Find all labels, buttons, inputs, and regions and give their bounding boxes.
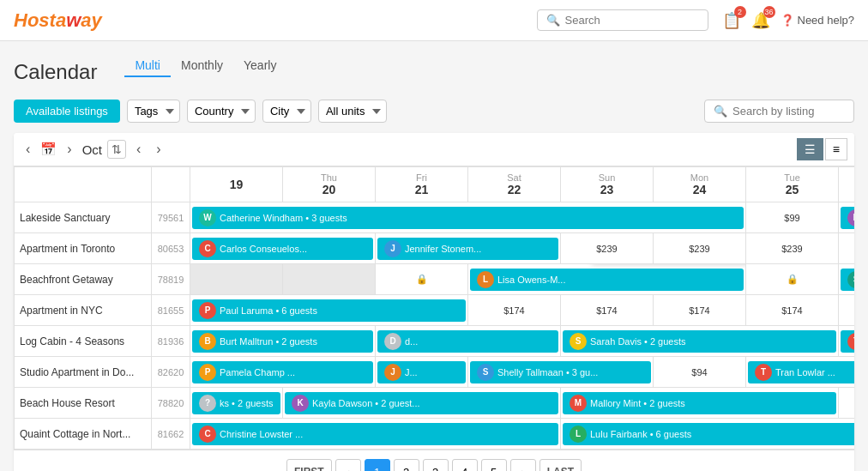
calendar-wrapper: ‹ 📅 › Oct ⇅ ‹ › ☰ ≡ <box>14 133 854 471</box>
list-view-button[interactable]: ≡ <box>825 138 847 160</box>
country-filter[interactable]: Country <box>187 100 256 123</box>
guest-name: d... <box>405 336 418 347</box>
help-button[interactable]: ❓ Need help? <box>781 14 855 27</box>
tab-yearly[interactable]: Yearly <box>233 55 286 77</box>
pagination: FIRST ‹ 1 2 3 4 5 › LAST <box>14 450 854 471</box>
prev-range-button[interactable]: ‹ <box>131 140 146 159</box>
listing-id-label: 79561 <box>152 211 190 225</box>
booking-bar[interactable]: S Shelly Tallmaan • 3 gu... <box>470 361 651 383</box>
cell-5-2: J J... <box>376 357 468 388</box>
guest-avatar: S <box>847 271 854 288</box>
booking-bar[interactable]: M Mallory Mint • 2 guests <box>563 392 836 414</box>
cell-5-3: S Shelly Tallmaan • 3 gu... <box>468 357 654 388</box>
booking-bar[interactable]: P Pamela Champ ... <box>192 361 373 383</box>
booking-bar[interactable]: J Jennifer Stonem... <box>377 238 558 260</box>
cell-3-3: $174 <box>468 295 561 326</box>
page-1-button[interactable]: 1 <box>365 459 390 471</box>
th-listing <box>15 167 152 202</box>
price-cell: $174 <box>746 304 838 317</box>
booking-bar[interactable]: W Catherine Windham • 3 guests <box>192 207 744 229</box>
guest-name: J... <box>405 367 418 377</box>
booking-bar[interactable]: H Hadas Baltierra • 3 gues... <box>841 207 854 229</box>
booking-bar[interactable]: C Carlos Conseuelos... <box>192 238 373 260</box>
day-header-2: Fri21 <box>379 172 464 196</box>
cell-4-7: T Timmy Chiu • 4 guests <box>839 326 855 357</box>
listing-search-input[interactable] <box>732 105 845 118</box>
cell-4-4: S Sarah Davis • 2 guests <box>561 326 839 357</box>
booking-bar[interactable]: D d... <box>377 330 558 353</box>
listing-name-3: Apartment in NYC <box>15 295 152 326</box>
first-page-button[interactable]: FIRST <box>286 459 332 471</box>
guest-avatar: K <box>292 395 309 412</box>
cell-7-0: C Christine Lowster ... <box>190 419 561 450</box>
cell-6-1: K Kayla Dawson • 2 guest... <box>283 388 561 419</box>
app-container: Hostaway 🔍 📋 2 🔔 36 ❓ Need help? Calen <box>0 0 868 471</box>
listing-name-5: Studio Apartment in Do... <box>15 357 152 388</box>
booking-bar[interactable]: S Sarah Davis • 2 guests <box>563 330 836 353</box>
cell-6-0: ? ks • 2 guests <box>190 388 283 419</box>
messages-badge: 2 <box>734 6 746 18</box>
next-range-button[interactable]: › <box>151 140 166 159</box>
listing-name-6: Beach House Resort <box>15 388 152 419</box>
sort-icon[interactable]: ⇅ <box>107 140 126 159</box>
prev-button[interactable]: ‹ <box>21 140 35 159</box>
help-label: Need help? <box>798 14 855 27</box>
tab-monthly[interactable]: Monthly <box>171 55 233 77</box>
booking-bar[interactable]: P Paul Laruma • 6 guests <box>192 299 466 322</box>
search-input[interactable] <box>565 14 699 27</box>
table-row: Apartment in NYC81655 P Paul Laruma • 6 … <box>15 295 855 326</box>
booking-bar[interactable]: L Lulu Fairbank • 6 guests <box>563 423 854 445</box>
guest-avatar: L <box>570 426 587 443</box>
listing-name-1: Apartment in Toronto <box>15 233 152 264</box>
booking-bar[interactable]: L Lisa Owens-M... <box>470 269 744 291</box>
booking-bar[interactable]: T Timmy Chiu • 4 guests <box>841 330 854 353</box>
guest-name: Paul Laruma • 6 guests <box>220 305 317 316</box>
listing-id-label: 81662 <box>152 427 190 441</box>
grid-view-button[interactable]: ☰ <box>797 138 823 160</box>
price-cell: $94 <box>654 365 745 379</box>
tab-multi[interactable]: Multi <box>124 55 171 77</box>
th-day-2: Fri21 <box>376 167 468 202</box>
booking-bar[interactable]: K Kayla Dawson • 2 guest... <box>285 392 558 414</box>
global-search[interactable]: 🔍 <box>537 9 708 31</box>
booking-bar[interactable]: B Burt Malltrun • 2 guests <box>192 330 373 353</box>
page-3-button[interactable]: 3 <box>423 459 449 471</box>
cell-2-1 <box>283 264 376 295</box>
listing-id-4: 81936 <box>152 326 190 357</box>
city-filter[interactable]: City <box>262 100 311 123</box>
cell-5-6: T Tran Lowlar ... <box>746 357 855 388</box>
page-2-button[interactable]: 2 <box>394 459 419 471</box>
tabs: Multi Monthly Yearly <box>124 55 286 77</box>
logo-h: H <box>14 9 27 31</box>
booking-bar[interactable]: J J... <box>377 361 466 383</box>
booking-bar[interactable]: C Christine Lowster ... <box>192 423 558 445</box>
th-day-4: Sun23 <box>561 167 654 202</box>
booking-bar[interactable]: T Tran Lowlar ... <box>748 361 854 383</box>
units-filter[interactable]: All units <box>318 100 387 123</box>
last-page-button[interactable]: LAST <box>539 459 582 471</box>
booking-bar[interactable]: ? ks • 2 guests <box>192 392 280 414</box>
listing-search-box[interactable]: 🔍 <box>704 100 854 123</box>
available-listings-button[interactable]: Available listings <box>14 100 120 123</box>
tags-filter[interactable]: Tags <box>127 100 180 123</box>
booking-bar[interactable]: S Samson Calloway • 2 guests <box>841 269 854 291</box>
guest-avatar: J <box>384 364 401 381</box>
page-5-button[interactable]: 5 <box>481 459 507 471</box>
messages-icon[interactable]: 📋 2 <box>722 11 741 30</box>
cell-3-4: $174 <box>561 295 654 326</box>
listing-id-label: 81936 <box>152 335 190 348</box>
next-page-button[interactable]: › <box>510 459 536 471</box>
notifications-icon[interactable]: 🔔 36 <box>751 11 770 30</box>
cell-4-2: D d... <box>376 326 561 357</box>
calendar-icon[interactable]: 📅 <box>40 142 57 157</box>
guest-avatar: H <box>847 209 854 226</box>
logo-text: osta <box>27 9 66 31</box>
page-4-button[interactable]: 4 <box>452 459 478 471</box>
next-button[interactable]: › <box>62 140 76 159</box>
guest-avatar: M <box>570 395 587 412</box>
listing-name-0: Lakeside Sanctuary <box>15 202 152 233</box>
listing-id-6: 78820 <box>152 388 190 419</box>
prev-page-button[interactable]: ‹ <box>335 459 361 471</box>
day-header-5: Mon24 <box>657 172 742 196</box>
table-row: Studio Apartment in Do...82620 P Pamela … <box>15 357 855 388</box>
